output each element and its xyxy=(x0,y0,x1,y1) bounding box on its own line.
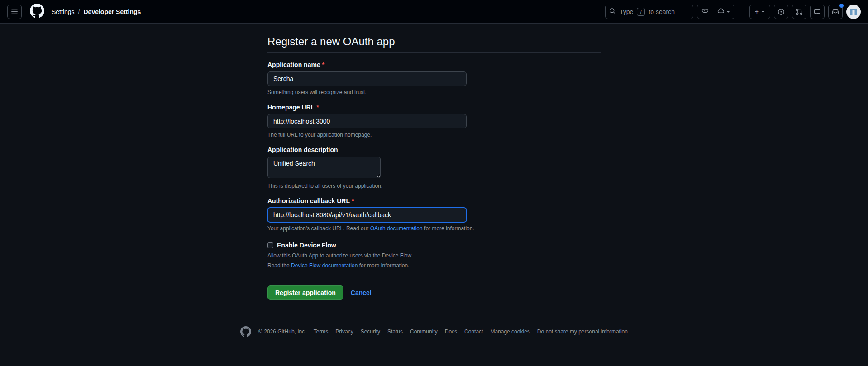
search-placeholder-prefix: Type xyxy=(620,8,633,15)
copilot-menu-button[interactable] xyxy=(713,5,734,19)
cloud-icon xyxy=(717,7,725,16)
chevron-down-icon xyxy=(726,11,730,13)
footer-link-status[interactable]: Status xyxy=(387,328,403,335)
footer-link-do-not-share[interactable]: Do not share my personal information xyxy=(537,328,628,335)
chevron-down-icon xyxy=(761,11,765,13)
pull-requests-button[interactable] xyxy=(792,5,806,19)
callback-url-help-suffix: for more information. xyxy=(423,225,474,232)
callback-url-group: Authorization callback URL * Your applic… xyxy=(267,197,601,232)
footer-link-manage-cookies[interactable]: Manage cookies xyxy=(490,328,529,335)
footer-link-community[interactable]: Community xyxy=(410,328,438,335)
page-title: Register a new OAuth app xyxy=(267,35,601,52)
application-description-label: Application description xyxy=(267,146,338,153)
avatar xyxy=(846,14,861,19)
homepage-url-help: The full URL to your application homepag… xyxy=(267,132,601,138)
enable-device-flow-checkbox[interactable] xyxy=(267,242,273,248)
octocat-icon xyxy=(30,4,44,19)
callback-url-input[interactable] xyxy=(267,208,467,222)
application-description-group: Application description Unified Search T… xyxy=(267,146,601,189)
header-actions: Type / to search xyxy=(605,5,861,19)
device-flow-help-2: Read the Device Flow documentation for m… xyxy=(267,262,601,269)
breadcrumb: Settings / Developer Settings xyxy=(52,8,141,15)
copilot-icon xyxy=(701,7,709,16)
copilot-button[interactable] xyxy=(697,5,713,19)
site-footer: © 2026 GitHub, Inc. Terms Privacy Securi… xyxy=(0,326,868,337)
breadcrumb-developer-settings[interactable]: Developer Settings xyxy=(83,8,141,15)
unread-notification-dot xyxy=(839,4,844,8)
device-flow-help-1: Allow this OAuth App to authorize users … xyxy=(267,252,601,259)
breadcrumb-settings[interactable]: Settings xyxy=(52,8,75,15)
required-asterisk: * xyxy=(322,61,324,68)
footer-link-privacy[interactable]: Privacy xyxy=(335,328,353,335)
copilot-button-group xyxy=(697,5,734,19)
oauth-documentation-link[interactable]: OAuth documentation xyxy=(370,225,423,232)
plus-icon: + xyxy=(755,8,759,15)
homepage-url-label: Homepage URL xyxy=(267,104,315,111)
notifications-inbox-button[interactable] xyxy=(828,5,843,19)
application-name-group: Application name * Something users will … xyxy=(267,61,601,95)
device-flow-group: Enable Device Flow Allow this OAuth App … xyxy=(267,242,601,269)
comment-icon xyxy=(814,8,821,15)
issue-opened-icon xyxy=(777,8,785,15)
hamburger-icon xyxy=(11,8,18,15)
form-actions: Register application Cancel xyxy=(267,285,601,300)
enable-device-flow-label[interactable]: Enable Device Flow xyxy=(277,242,336,249)
github-logo[interactable] xyxy=(30,5,44,19)
discussions-button[interactable] xyxy=(810,5,825,19)
header-divider xyxy=(742,7,742,16)
git-pull-request-icon xyxy=(796,8,803,15)
callback-url-help: Your application's callback URL. Read ou… xyxy=(267,225,601,232)
issues-button[interactable] xyxy=(774,5,788,19)
footer-link-security[interactable]: Security xyxy=(361,328,380,335)
device-flow-documentation-link[interactable]: Device Flow documentation xyxy=(291,262,358,269)
device-flow-help-prefix: Read the xyxy=(267,262,291,269)
device-flow-help-suffix: for more information. xyxy=(358,262,409,269)
breadcrumb-separator: / xyxy=(78,8,80,15)
required-asterisk: * xyxy=(316,104,319,111)
title-divider xyxy=(267,52,601,53)
register-application-button[interactable]: Register application xyxy=(267,285,343,300)
application-name-input[interactable] xyxy=(267,71,467,86)
magnifier-icon xyxy=(609,8,616,16)
footer-link-docs[interactable]: Docs xyxy=(445,328,457,335)
application-description-help: This is displayed to all users of your a… xyxy=(267,183,601,189)
slash-key-icon: / xyxy=(637,8,645,16)
footer-copyright: © 2026 GitHub, Inc. xyxy=(258,328,306,335)
callback-url-help-prefix: Your application's callback URL. Read ou… xyxy=(267,225,370,232)
homepage-url-group: Homepage URL * The full URL to your appl… xyxy=(267,104,601,138)
homepage-url-input[interactable] xyxy=(267,114,467,128)
create-new-button[interactable]: + xyxy=(749,5,770,19)
user-avatar-button[interactable] xyxy=(846,5,861,19)
footer-octocat-icon xyxy=(240,326,251,337)
application-description-textarea[interactable]: Unified Search xyxy=(267,157,381,178)
main-content: Register a new OAuth app Application nam… xyxy=(267,24,601,300)
global-search-input[interactable]: Type / to search xyxy=(605,5,693,19)
global-nav-menu-button[interactable] xyxy=(7,5,22,19)
global-header: Settings / Developer Settings Type / to … xyxy=(0,0,868,24)
footer-link-contact[interactable]: Contact xyxy=(464,328,483,335)
inbox-icon xyxy=(832,8,839,15)
application-name-label: Application name xyxy=(267,61,320,68)
application-name-help: Something users will recognize and trust… xyxy=(267,89,601,95)
search-placeholder-suffix: to search xyxy=(649,8,675,15)
footer-link-terms[interactable]: Terms xyxy=(314,328,329,335)
callback-url-label: Authorization callback URL xyxy=(267,197,350,204)
cancel-button[interactable]: Cancel xyxy=(351,289,372,296)
required-asterisk: * xyxy=(352,197,354,204)
form-divider xyxy=(267,278,601,278)
